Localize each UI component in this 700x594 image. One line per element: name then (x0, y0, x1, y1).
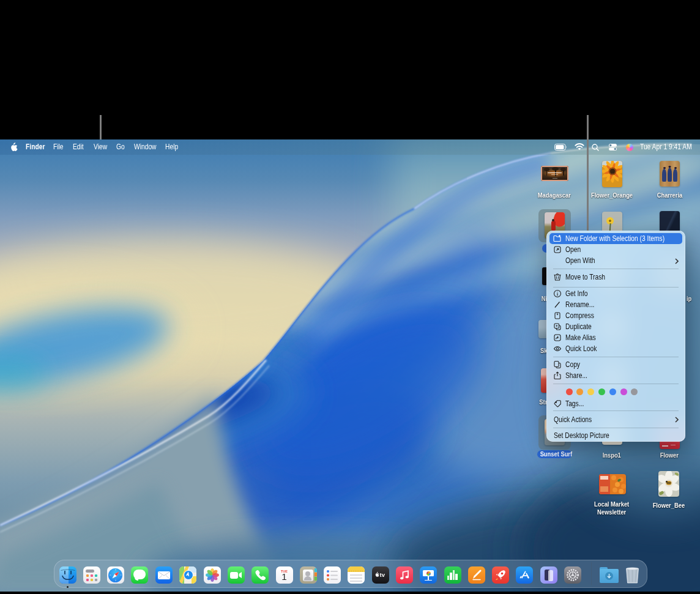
svg-text:tv: tv (379, 571, 385, 578)
